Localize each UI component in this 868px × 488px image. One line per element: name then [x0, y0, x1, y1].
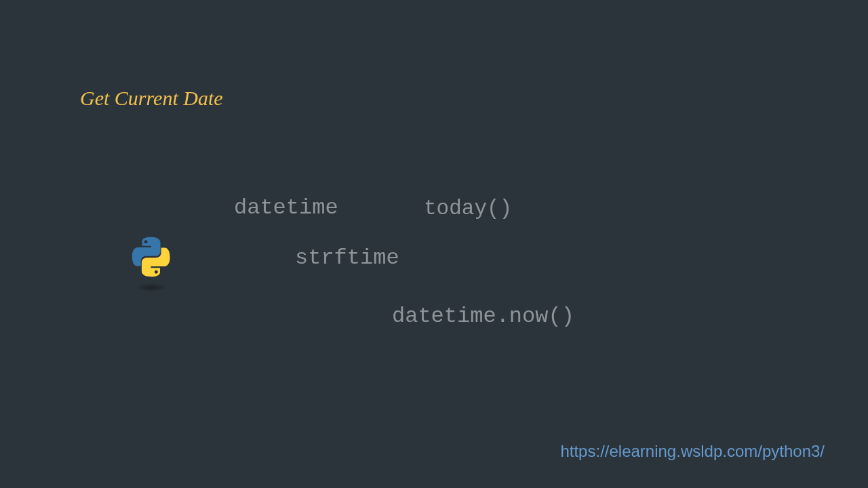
keyword-now: datetime.now()	[392, 304, 574, 329]
keyword-today: today()	[424, 197, 512, 220]
keyword-datetime: datetime	[234, 195, 338, 220]
source-url-link[interactable]: https://elearning.wsldp.com/python3/	[560, 442, 825, 461]
keyword-strftime: strftime	[295, 245, 399, 270]
logo-shadow	[134, 283, 168, 291]
slide-title: Get Current Date	[80, 87, 223, 110]
python-logo-icon	[130, 236, 172, 291]
